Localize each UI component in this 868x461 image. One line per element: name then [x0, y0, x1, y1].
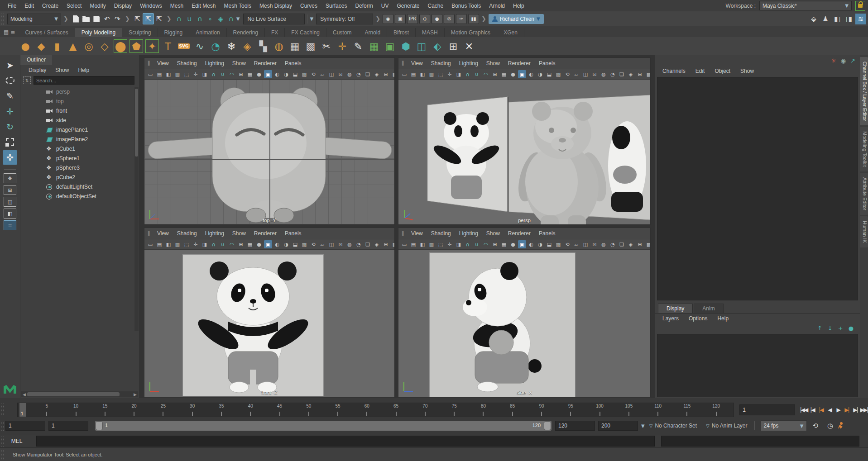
viewport-toolbar-icon[interactable]: ⊡: [336, 70, 345, 78]
platonic-solid-icon[interactable]: ⬟: [129, 39, 144, 53]
menu-item[interactable]: Cache: [423, 0, 447, 11]
viewport-toolbar-icon[interactable]: ▭: [400, 240, 408, 248]
sidebar-vertical-tab[interactable]: Human IK: [860, 216, 868, 247]
render-frame-icon[interactable]: ▣: [395, 14, 406, 24]
viewport-toolbar-icon[interactable]: ●: [509, 240, 517, 248]
save-scene-icon[interactable]: [91, 14, 102, 24]
step-forward-key-button[interactable]: ▶|: [843, 405, 851, 415]
viewport-menu-item[interactable]: View: [153, 60, 173, 67]
viewport-toolbar-icon[interactable]: ▱: [572, 70, 580, 78]
viewport-toolbar-icon[interactable]: ▥: [427, 70, 436, 78]
viewport-menu-item[interactable]: Renderer: [504, 60, 535, 67]
viewport-toolbar-icon[interactable]: ∩: [464, 70, 472, 78]
viewport-toolbar-icon[interactable]: ◧: [418, 70, 427, 78]
snap-view-plane-icon[interactable]: ∩: [226, 14, 236, 24]
outliner-item[interactable]: side: [20, 115, 139, 125]
undo-icon[interactable]: ↶: [102, 14, 112, 24]
svg-tool-icon[interactable]: SVG: [177, 39, 191, 53]
animation-start-field[interactable]: 1: [5, 421, 45, 431]
viewport-toolbar-icon[interactable]: ◐: [527, 70, 535, 78]
crease-icon[interactable]: ⬖: [430, 39, 445, 53]
viewport-canvas-side[interactable]: side -X: [398, 250, 650, 397]
viewport-toolbar-icon[interactable]: ◨: [455, 70, 463, 78]
outliner-item[interactable]: defaultObjectSet: [20, 191, 139, 201]
viewport-menu-item[interactable]: Shading: [427, 60, 455, 67]
lasso-tool[interactable]: [3, 73, 17, 88]
rotate-tool[interactable]: ↻: [3, 119, 17, 134]
layer-list[interactable]: [657, 334, 858, 397]
chevron-down-icon[interactable]: ▼: [641, 423, 645, 428]
panel-grip-icon[interactable]: ▌: [146, 61, 153, 66]
viewport-toolbar-icon[interactable]: ▤: [155, 70, 163, 78]
viewport-side[interactable]: ▌ ViewShadingLightingShowRendererPanels …: [398, 228, 651, 397]
outliner-title[interactable]: Outliner: [20, 55, 52, 65]
viewport-toolbar-icon[interactable]: ◨: [201, 240, 209, 248]
viewport-menu-item[interactable]: Renderer: [504, 230, 535, 237]
viewport-menu-item[interactable]: Panels: [281, 230, 306, 237]
outliner-vertical-scrollbar[interactable]: [134, 87, 139, 331]
layout-four-pane[interactable]: ⊞: [4, 185, 16, 195]
scroll-left-icon[interactable]: ◀: [21, 392, 27, 397]
viewport-toolbar-icon[interactable]: ◐: [273, 240, 281, 248]
shelf-tab[interactable]: Sculpting: [122, 28, 158, 37]
viewport-menu-item[interactable]: Show: [482, 230, 504, 237]
viewport-toolbar-icon[interactable]: ∪: [473, 240, 481, 248]
menu-item[interactable]: Mesh: [166, 0, 187, 11]
viewport-toolbar-icon[interactable]: ⟲: [309, 240, 317, 248]
shelf-tab[interactable]: Poly Modeling: [75, 28, 122, 37]
viewport-toolbar-icon[interactable]: ✛: [192, 240, 200, 248]
outliner-item[interactable]: persp: [20, 87, 139, 96]
viewport-toolbar-icon[interactable]: ◧: [164, 240, 173, 248]
poly-cone-icon[interactable]: ▲: [66, 39, 80, 53]
section-collapse-icon[interactable]: ❯: [373, 15, 383, 22]
viewport-toolbar-icon[interactable]: ✛: [192, 70, 200, 78]
auto-keyframe-icon[interactable]: [835, 421, 845, 431]
fill-hole-icon[interactable]: ▦: [288, 39, 302, 53]
step-forward-frame-button[interactable]: ▶|: [851, 405, 859, 415]
viewport-toolbar-icon[interactable]: ▥: [173, 240, 182, 248]
viewport-menu-item[interactable]: Shading: [173, 60, 201, 67]
menu-set-selector[interactable]: Modeling▼: [7, 14, 61, 24]
outliner-item[interactable]: imagePlane1: [20, 125, 139, 134]
channel-box-menu-item[interactable]: Object: [711, 68, 734, 74]
shelf-tab[interactable]: Custom: [326, 28, 358, 37]
poly-torus-icon[interactable]: ◎: [82, 39, 96, 53]
viewport-toolbar-icon[interactable]: ▱: [572, 240, 580, 248]
menu-item[interactable]: Generate: [393, 0, 423, 11]
quad-draw-icon[interactable]: ✎: [351, 39, 365, 53]
filter-icon[interactable]: ⇅: [23, 76, 31, 84]
viewport-toolbar-icon[interactable]: ◔: [355, 240, 363, 248]
shelf-tab[interactable]: FX: [265, 28, 285, 37]
viewport-menu-item[interactable]: Shading: [173, 230, 201, 237]
viewport-toolbar-icon[interactable]: ✛: [446, 70, 454, 78]
layer-editor-tab[interactable]: Display: [658, 304, 693, 313]
play-backwards-button[interactable]: ◀: [825, 405, 834, 415]
shelf-tab[interactable]: Rigging: [158, 28, 190, 37]
layer-move-down-icon[interactable]: ↓: [828, 325, 833, 332]
viewport-menu-item[interactable]: Lighting: [455, 60, 482, 67]
sidebar-vertical-tab[interactable]: Modeling Toolkit: [860, 127, 868, 171]
viewport-toolbar-icon[interactable]: ⬓: [291, 240, 299, 248]
menu-item[interactable]: File: [4, 0, 20, 11]
viewport-toolbar-icon[interactable]: ▧: [554, 70, 562, 78]
open-scene-icon[interactable]: [81, 14, 91, 24]
viewport-toolbar-icon[interactable]: ●: [509, 70, 517, 78]
viewport-toolbar-icon[interactable]: ▣: [264, 70, 272, 78]
target-weld-icon[interactable]: ✛: [335, 39, 350, 53]
viewport-toolbar-icon[interactable]: ◈: [627, 70, 635, 78]
render-settings-icon[interactable]: ⛭: [419, 14, 430, 24]
menu-item[interactable]: Deform: [351, 0, 377, 11]
range-slider[interactable]: 1 120: [95, 421, 551, 431]
user-account-menu[interactable]: Richard Chien ▼: [489, 14, 544, 24]
viewport-top[interactable]: ▌ ViewShadingLightingShowRendererPanels …: [144, 57, 395, 225]
viewport-toolbar-icon[interactable]: ⊞: [237, 240, 245, 248]
viewport-toolbar-icon[interactable]: ◨: [201, 70, 209, 78]
new-empty-layer-icon[interactable]: +: [838, 325, 843, 332]
step-back-key-button[interactable]: |◀: [817, 405, 825, 415]
layout-single-pane[interactable]: ❖: [4, 173, 16, 183]
viewport-toolbar-icon[interactable]: ◫: [327, 70, 336, 78]
viewport-menu-item[interactable]: View: [153, 230, 173, 237]
viewport-toolbar-icon[interactable]: ▤: [155, 240, 163, 248]
layer-move-up-icon[interactable]: ↑: [817, 325, 822, 332]
viewport-toolbar-icon[interactable]: ◠: [482, 70, 490, 78]
